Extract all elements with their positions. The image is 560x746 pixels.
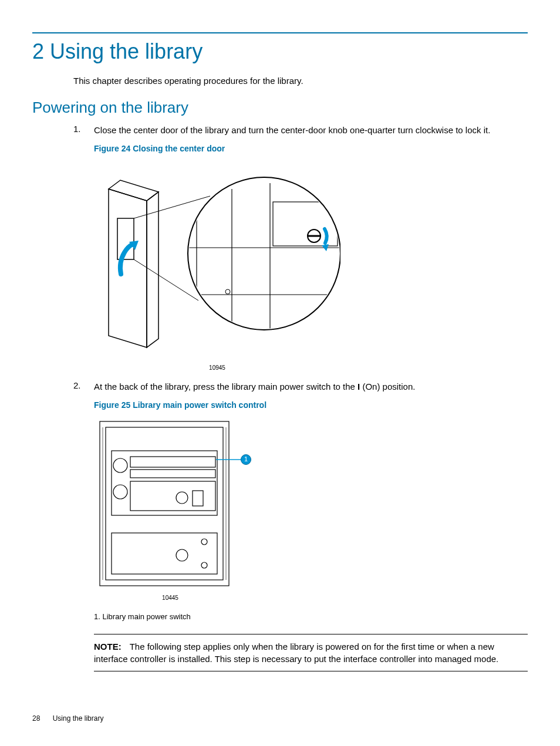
figure-25-illustration: 1: [94, 416, 247, 592]
svg-point-22: [113, 485, 127, 499]
note-text: The following step applies only when the…: [94, 642, 498, 664]
section-title: Powering on the library: [32, 99, 528, 117]
step-text-suffix: (On) position.: [360, 382, 415, 391]
svg-rect-27: [193, 491, 203, 506]
svg-point-29: [176, 549, 188, 561]
page-footer: 28 Using the library: [32, 714, 103, 723]
step-list: 1. Close the center door of the library …: [73, 124, 528, 671]
note-rule-top: [94, 634, 528, 634]
svg-rect-16: [100, 421, 229, 586]
note-block: NOTE:The following step applies only whe…: [94, 640, 528, 671]
svg-rect-24: [130, 470, 215, 478]
top-rule: [32, 32, 528, 33]
step-item-1: 1. Close the center door of the library …: [73, 124, 528, 372]
svg-point-31: [201, 562, 207, 568]
step-body: Close the center door of the library and…: [94, 124, 528, 372]
callout-num: 1.: [94, 612, 100, 621]
figure-image-number: 10445: [94, 594, 247, 602]
step-body: At the back of the library, press the li…: [94, 380, 528, 672]
footer-page-number: 28: [32, 714, 40, 723]
callout-badge-1: 1: [241, 454, 251, 465]
svg-point-30: [201, 539, 207, 545]
chapter-intro: This chapter describes operating procedu…: [73, 76, 528, 86]
svg-point-2: [188, 177, 340, 330]
step-text: Close the center door of the library and…: [94, 125, 490, 135]
svg-point-21: [113, 458, 127, 472]
svg-rect-28: [112, 533, 217, 574]
figure-image-number: 10945: [94, 364, 340, 372]
step-number: 1.: [73, 124, 94, 372]
note-rule-bottom: [94, 671, 528, 671]
figure-caption: Figure 24 Closing the center door: [94, 143, 528, 155]
step-item-2: 2. At the back of the library, press the…: [73, 380, 528, 672]
chapter-title: 2 Using the library: [32, 39, 528, 64]
svg-rect-23: [130, 457, 215, 467]
step-number: 2.: [73, 380, 94, 672]
figure-24-illustration: [94, 160, 340, 359]
note-label: NOTE:: [94, 642, 122, 652]
footer-title: Using the library: [53, 714, 104, 723]
figure-callout-list: 1. Library main power switch: [94, 612, 528, 622]
figure-caption: Figure 25 Library main power switch cont…: [94, 400, 528, 411]
callout-label: Library main power switch: [102, 612, 190, 621]
svg-point-26: [176, 492, 188, 504]
step-text-prefix: At the back of the library, press the li…: [94, 382, 357, 391]
svg-rect-17: [106, 427, 223, 580]
